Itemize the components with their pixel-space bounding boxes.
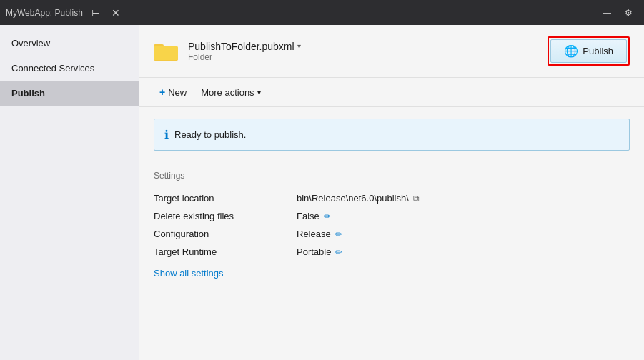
table-row: Configuration Release ✏ xyxy=(154,225,630,243)
sidebar: Overview Connected Services Publish xyxy=(0,25,139,360)
pin-button[interactable]: ⊢ xyxy=(87,6,104,20)
show-all-settings-link[interactable]: Show all settings xyxy=(154,268,224,279)
settings-value-target-runtime: Portable ✏ xyxy=(297,246,342,257)
settings-heading: Settings xyxy=(154,171,630,181)
more-actions-arrow-icon: ▾ xyxy=(257,89,261,96)
copy-icon[interactable]: ⧉ xyxy=(413,194,420,204)
edit-icon[interactable]: ✏ xyxy=(335,247,342,257)
settings-label-target-location: Target location xyxy=(154,193,297,204)
table-row: Target Runtime Portable ✏ xyxy=(154,243,630,261)
title-bar-text: MyWebApp: Publish xyxy=(6,8,83,18)
edit-icon[interactable]: ✏ xyxy=(324,211,331,221)
profile-info: PublishToFolder.pubxml ▾ Folder xyxy=(188,41,301,62)
publish-button[interactable]: 🌐 Publish xyxy=(550,39,627,63)
table-row: Target location bin\Release\net6.0\publi… xyxy=(154,189,630,207)
edit-icon[interactable]: ✏ xyxy=(335,229,342,239)
settings-value-target-location: bin\Release\net6.0\publish\ ⧉ xyxy=(297,193,420,204)
minimize-button[interactable]: — xyxy=(597,3,617,23)
close-tab-button[interactable]: ✕ xyxy=(107,6,124,20)
main-layout: Overview Connected Services Publish Publ… xyxy=(0,25,644,360)
new-button[interactable]: + New xyxy=(154,84,192,101)
table-row: Delete existing files False ✏ xyxy=(154,207,630,225)
profile-left: PublishToFolder.pubxml ▾ Folder xyxy=(154,41,301,62)
window-controls: — ⚙ xyxy=(597,3,638,23)
info-box: ℹ Ready to publish. xyxy=(154,119,630,151)
toolbar: + New More actions ▾ xyxy=(139,78,644,107)
content-area: PublishToFolder.pubxml ▾ Folder 🌐 Publis… xyxy=(139,25,644,360)
settings-label-delete-existing: Delete existing files xyxy=(154,211,297,221)
sidebar-item-overview[interactable]: Overview xyxy=(0,31,139,56)
info-icon: ℹ xyxy=(164,128,169,141)
info-message: Ready to publish. xyxy=(174,129,246,140)
plus-icon: + xyxy=(159,86,165,98)
publish-button-wrapper: 🌐 Publish xyxy=(548,36,630,66)
sidebar-item-publish[interactable]: Publish xyxy=(0,81,139,106)
more-actions-button[interactable]: More actions ▾ xyxy=(195,84,266,101)
settings-button[interactable]: ⚙ xyxy=(618,3,638,23)
settings-value-configuration: Release ✏ xyxy=(297,229,342,239)
settings-section: Settings Target location bin\Release\net… xyxy=(139,162,644,290)
sidebar-item-connected-services[interactable]: Connected Services xyxy=(0,56,139,81)
title-bar-controls: ⊢ ✕ xyxy=(87,6,124,20)
svg-rect-2 xyxy=(154,46,178,60)
profile-name: PublishToFolder.pubxml ▾ xyxy=(188,41,301,52)
profile-dropdown-arrow[interactable]: ▾ xyxy=(297,42,301,50)
folder-icon xyxy=(154,41,179,62)
profile-section: PublishToFolder.pubxml ▾ Folder 🌐 Publis… xyxy=(139,25,644,78)
globe-icon: 🌐 xyxy=(564,44,578,58)
settings-label-configuration: Configuration xyxy=(154,229,297,239)
settings-label-target-runtime: Target Runtime xyxy=(154,246,297,257)
settings-table: Target location bin\Release\net6.0\publi… xyxy=(154,189,630,261)
title-bar: MyWebApp: Publish ⊢ ✕ — ⚙ xyxy=(0,0,644,25)
settings-value-delete-existing: False ✏ xyxy=(297,211,331,221)
profile-type: Folder xyxy=(188,52,301,62)
